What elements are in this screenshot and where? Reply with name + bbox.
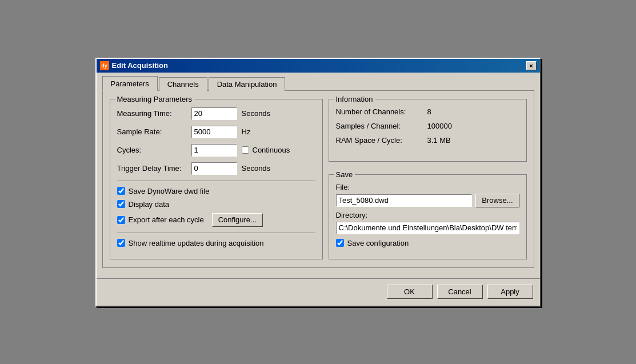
save-group: Save File: Browse... Directory: Save con… bbox=[329, 174, 527, 259]
browse-button[interactable]: Browse... bbox=[475, 194, 519, 207]
sample-rate-unit: Hz bbox=[242, 127, 251, 136]
sample-rate-row: Sample Rate: Hz bbox=[117, 126, 315, 138]
channels-info-value: 8 bbox=[427, 107, 431, 116]
separator2 bbox=[117, 233, 315, 233]
app-icon: dy bbox=[100, 61, 109, 70]
file-input[interactable] bbox=[336, 194, 473, 207]
save-config-checkbox[interactable] bbox=[336, 239, 344, 247]
information-group: Information Number of Channels: 8 Sample… bbox=[329, 99, 527, 162]
samples-info-label: Samples / Channel: bbox=[336, 122, 427, 130]
save-dwd-label: Save DynoWare dwd file bbox=[129, 187, 210, 195]
ram-info-label: RAM Space / Cycle: bbox=[336, 136, 427, 145]
directory-input[interactable] bbox=[336, 222, 519, 234]
window-title: Edit Acquisition bbox=[112, 61, 168, 70]
trigger-delay-label: Trigger Delay Time: bbox=[117, 164, 191, 173]
trigger-delay-input[interactable] bbox=[191, 162, 237, 175]
edit-acquisition-dialog: dy Edit Acquisition × Parameters Channel… bbox=[95, 58, 541, 307]
save-config-row: Save configuration bbox=[336, 239, 519, 247]
measuring-parameters-title: Measuring Parameters bbox=[115, 95, 195, 103]
realtime-row: Show realtime updates during acquisition bbox=[117, 239, 315, 247]
samples-info-row: Samples / Channel: 100000 bbox=[336, 122, 519, 130]
directory-field-label: Directory: bbox=[336, 211, 519, 219]
separator bbox=[117, 181, 315, 181]
configure-button[interactable]: Configure... bbox=[212, 213, 263, 227]
save-dwd-checkbox[interactable] bbox=[117, 187, 125, 195]
title-bar: dy Edit Acquisition × bbox=[97, 59, 540, 73]
measuring-time-input[interactable] bbox=[191, 107, 237, 120]
samples-info-value: 100000 bbox=[427, 122, 452, 130]
tab-bar: Parameters Channels Data Manipulation bbox=[102, 77, 534, 91]
ok-button[interactable]: OK bbox=[387, 285, 433, 299]
display-data-checkbox[interactable] bbox=[117, 200, 125, 208]
save-group-title: Save bbox=[334, 170, 355, 179]
measuring-time-label: Measuring Time: bbox=[117, 109, 191, 118]
panels-row: Measuring Parameters Measuring Time: Sec… bbox=[110, 99, 527, 259]
measuring-time-row: Measuring Time: Seconds bbox=[117, 107, 315, 120]
export-row: Export after each cycle Configure... bbox=[117, 213, 315, 227]
trigger-delay-unit: Seconds bbox=[242, 164, 271, 173]
file-row: Browse... bbox=[336, 194, 519, 207]
close-button[interactable]: × bbox=[526, 61, 537, 70]
information-title: Information bbox=[334, 95, 375, 103]
channels-info-row: Number of Channels: 8 bbox=[336, 107, 519, 116]
dialog-content: Parameters Channels Data Manipulation Me… bbox=[97, 73, 540, 274]
tab-content: Measuring Parameters Measuring Time: Sec… bbox=[102, 90, 534, 268]
measuring-parameters-group: Measuring Parameters Measuring Time: Sec… bbox=[110, 99, 323, 259]
ram-info-value: 3.1 MB bbox=[427, 136, 451, 145]
trigger-delay-row: Trigger Delay Time: Seconds bbox=[117, 162, 315, 175]
tab-data-manipulation[interactable]: Data Manipulation bbox=[209, 77, 286, 91]
save-dwd-row: Save DynoWare dwd file bbox=[117, 187, 315, 195]
export-label: Export after each cycle bbox=[129, 215, 204, 224]
file-field-label: File: bbox=[336, 183, 519, 191]
right-column: Information Number of Channels: 8 Sample… bbox=[329, 99, 527, 259]
export-checkbox[interactable] bbox=[117, 216, 125, 224]
sample-rate-input[interactable] bbox=[191, 126, 237, 138]
cancel-button[interactable]: Cancel bbox=[437, 285, 483, 299]
continuous-checkbox[interactable] bbox=[242, 146, 249, 154]
continuous-row: Continuous bbox=[242, 146, 290, 154]
tab-channels[interactable]: Channels bbox=[159, 77, 207, 91]
save-config-label: Save configuration bbox=[347, 239, 409, 247]
realtime-label: Show realtime updates during acquisition bbox=[129, 239, 264, 247]
apply-button[interactable]: Apply bbox=[487, 285, 533, 299]
ram-info-row: RAM Space / Cycle: 3.1 MB bbox=[336, 136, 519, 145]
realtime-checkbox[interactable] bbox=[117, 239, 125, 247]
cycles-input[interactable] bbox=[191, 144, 237, 157]
channels-info-label: Number of Channels: bbox=[336, 107, 427, 116]
sample-rate-label: Sample Rate: bbox=[117, 127, 191, 136]
measuring-time-unit: Seconds bbox=[242, 109, 271, 118]
title-bar-left: dy Edit Acquisition bbox=[100, 61, 168, 70]
display-data-label: Display data bbox=[129, 200, 170, 209]
cycles-row: Cycles: Continuous bbox=[117, 144, 315, 157]
continuous-label: Continuous bbox=[253, 146, 290, 154]
cycles-label: Cycles: bbox=[117, 146, 191, 154]
dialog-footer: OK Cancel Apply bbox=[97, 278, 540, 306]
tab-parameters[interactable]: Parameters bbox=[102, 76, 158, 91]
display-data-row: Display data bbox=[117, 200, 315, 209]
